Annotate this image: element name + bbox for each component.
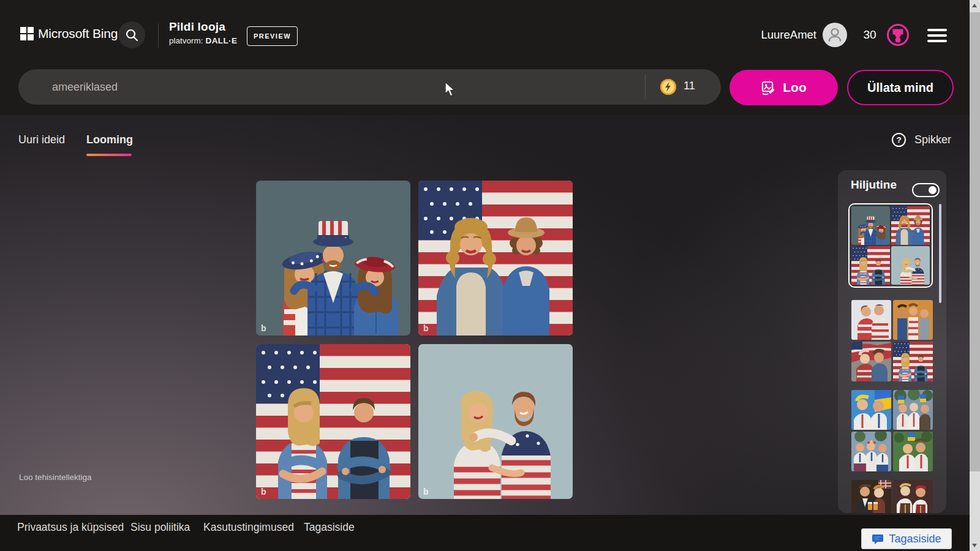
recent-thumb xyxy=(851,432,891,471)
create-image-icon xyxy=(761,80,776,96)
toggle-knob xyxy=(929,186,937,194)
rewards-points: 30 xyxy=(856,28,883,42)
recent-panel-title: Hiljutine xyxy=(851,178,897,192)
header-divider xyxy=(158,23,159,48)
prompt-input[interactable] xyxy=(52,69,628,105)
generated-image-1-art xyxy=(256,181,410,335)
recent-thumb xyxy=(851,390,891,430)
ai-disclaimer: Loo tehisintellektiga xyxy=(19,473,92,482)
creations-grid: b b b b xyxy=(256,181,573,499)
recent-thumb xyxy=(891,246,930,285)
generated-image-1[interactable]: b xyxy=(256,181,410,335)
recent-thumb xyxy=(893,342,933,381)
avatar[interactable] xyxy=(823,23,847,47)
page-scrollbar[interactable] xyxy=(970,0,980,551)
help-link[interactable]: ? Spikker xyxy=(892,133,951,147)
tab-creations[interactable]: Looming xyxy=(86,133,133,146)
footer-link-privacy[interactable]: Privaatsus ja küpsised xyxy=(17,521,124,534)
feedback-button[interactable]: Tagasiside xyxy=(861,528,952,549)
username[interactable]: LuureAmet xyxy=(694,28,816,42)
recent-item-4[interactable] xyxy=(851,480,933,513)
footer-link-terms[interactable]: Kasutustingimused xyxy=(203,521,294,534)
generated-image-3-art xyxy=(256,344,410,499)
help-icon: ? xyxy=(892,133,906,147)
recent-thumb xyxy=(851,206,890,245)
recent-item-1-selected[interactable] xyxy=(848,203,933,288)
person-icon xyxy=(823,23,847,47)
recent-thumb xyxy=(851,480,891,513)
scrollbar-thumb[interactable] xyxy=(970,12,980,471)
recent-thumb xyxy=(891,206,930,245)
bing-watermark: b xyxy=(423,323,429,333)
search-icon xyxy=(124,28,139,42)
prompt-bar: 11 xyxy=(18,69,721,105)
recent-thumb xyxy=(893,480,933,513)
mouse-cursor xyxy=(444,81,458,97)
recent-panel: Hiljutine xyxy=(838,170,946,513)
microsoft-logo-icon xyxy=(20,27,34,40)
create-button[interactable]: Loo xyxy=(729,70,838,105)
rewards-medal-icon xyxy=(886,23,910,47)
tab-explore-ideas[interactable]: Uuri ideid xyxy=(18,133,65,146)
recent-panel-scrollbar-thumb[interactable] xyxy=(939,204,941,303)
platform-name: DALL·E xyxy=(206,36,238,45)
bing-watermark: b xyxy=(261,323,266,333)
hamburger-menu-button[interactable] xyxy=(927,29,947,42)
platform-subtitle: platvorm:DALL·E xyxy=(169,36,237,45)
prompt-bar-divider xyxy=(645,75,646,99)
recent-thumb xyxy=(893,300,933,340)
recent-thumb xyxy=(851,342,891,381)
surprise-me-label: Üllata mind xyxy=(867,81,933,95)
recent-item-2[interactable] xyxy=(851,300,933,381)
feedback-bubble-icon xyxy=(872,533,884,545)
recent-thumb xyxy=(851,300,891,340)
generated-image-4-art xyxy=(418,344,573,499)
platform-prefix: platvorm: xyxy=(169,36,203,45)
feedback-button-label: Tagasiside xyxy=(889,533,941,545)
preview-badge: PREVIEW xyxy=(247,26,298,46)
recent-thumb xyxy=(851,246,890,285)
create-button-label: Loo xyxy=(783,80,806,95)
generated-image-2-art xyxy=(418,181,573,335)
scrollbar-up-arrow-icon[interactable] xyxy=(972,4,977,7)
help-label: Spikker xyxy=(914,133,951,146)
active-tab-underline xyxy=(86,154,132,156)
bing-watermark: b xyxy=(423,487,429,497)
rewards-button[interactable] xyxy=(886,23,910,47)
generated-image-4[interactable]: b xyxy=(418,344,573,499)
page-title: Pildi looja xyxy=(169,20,225,34)
boost-count: 11 xyxy=(684,80,695,92)
recent-thumb xyxy=(893,390,933,430)
bing-image-creator-app: Microsoft Bing Pildi looja platvorm:DALL… xyxy=(0,0,980,551)
footer-link-content-policy[interactable]: Sisu poliitika xyxy=(130,521,190,534)
microsoft-bing-logo[interactable]: Microsoft Bing xyxy=(20,26,118,41)
generated-image-3[interactable]: b xyxy=(256,344,410,499)
generated-image-2[interactable]: b xyxy=(418,181,573,335)
surprise-me-button[interactable]: Üllata mind xyxy=(847,70,954,105)
recent-toggle[interactable] xyxy=(912,183,940,197)
recent-thumb xyxy=(893,432,933,471)
logo-text: Microsoft Bing xyxy=(38,26,118,41)
bing-watermark: b xyxy=(261,487,266,497)
boost-coin-icon xyxy=(660,78,677,96)
search-button[interactable] xyxy=(118,21,145,48)
footer-link-feedback[interactable]: Tagasiside xyxy=(304,521,355,534)
recent-item-3[interactable] xyxy=(851,390,933,471)
scrollbar-down-arrow-icon[interactable] xyxy=(972,544,977,547)
footer-bar: Privaatsus ja küpsised Sisu poliitika Ka… xyxy=(0,515,980,551)
